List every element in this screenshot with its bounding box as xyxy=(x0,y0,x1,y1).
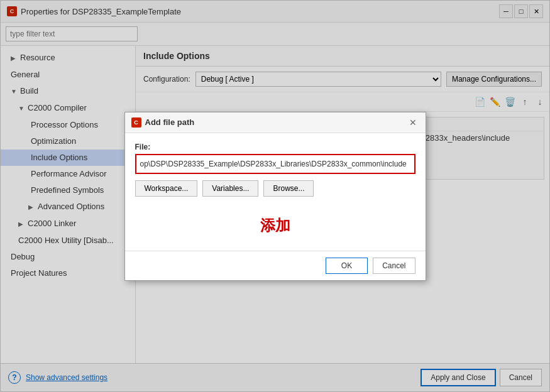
dialog-overlay: C Add file path ✕ File: Workspace... Var… xyxy=(1,1,549,391)
dialog-cancel-button[interactable]: Cancel xyxy=(373,258,415,274)
dialog-body: File: Workspace... Variables... Browse..… xyxy=(125,133,426,251)
variables-button[interactable]: Variables... xyxy=(202,180,258,197)
dialog-btn-row: Workspace... Variables... Browse... xyxy=(135,180,415,197)
browse-button[interactable]: Browse... xyxy=(263,180,314,197)
dialog-footer: OK Cancel xyxy=(125,251,426,280)
dialog-title-left: C Add file path xyxy=(131,117,195,128)
file-label-row: File: xyxy=(135,142,415,151)
dialog-title-bar: C Add file path ✕ xyxy=(125,112,426,133)
ok-button[interactable]: OK xyxy=(326,258,368,274)
file-input[interactable] xyxy=(138,156,413,172)
dialog-title: Add file path xyxy=(145,117,195,127)
file-label: File: xyxy=(135,143,151,151)
workspace-button[interactable]: Workspace... xyxy=(135,180,198,197)
main-window: C Properties for DSP28335_ExampleTemplat… xyxy=(0,0,550,392)
add-file-path-dialog: C Add file path ✕ File: Workspace... Var… xyxy=(124,112,426,281)
dialog-close-button[interactable]: ✕ xyxy=(407,116,419,129)
file-input-wrapper xyxy=(135,154,415,174)
add-text: 添加 xyxy=(135,209,415,242)
dialog-icon: C xyxy=(131,117,141,128)
